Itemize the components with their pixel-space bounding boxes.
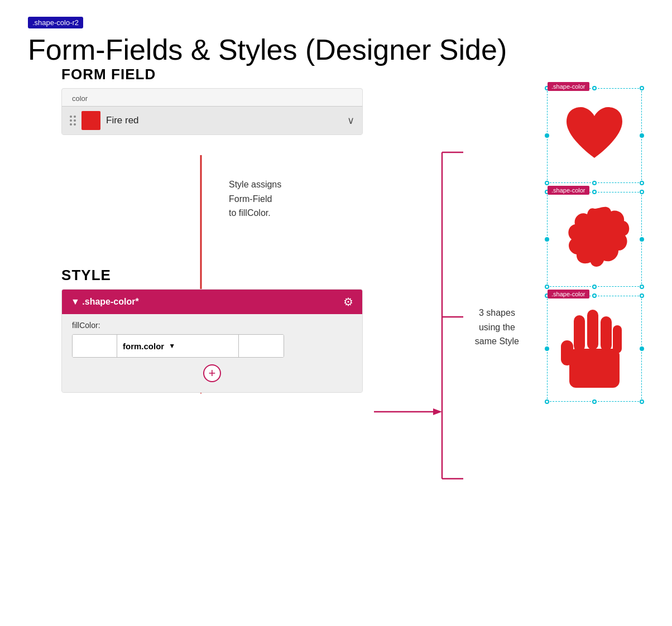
style-label: STYLE: [61, 267, 111, 284]
dot4: [74, 119, 76, 122]
add-button[interactable]: +: [203, 364, 221, 382]
dot-bm-heart: [592, 181, 597, 185]
dot-bl-flower: [545, 285, 549, 289]
page-title: Form-Fields & Styles (Designer Side): [28, 34, 644, 66]
hand-svg: [558, 304, 631, 393]
dot-tr-heart: [640, 86, 644, 90]
drag-handle[interactable]: [70, 115, 76, 126]
dot-tr-hand: [640, 293, 644, 298]
flower-svg: [558, 203, 631, 276]
heart-shape-box: .shape-color: [547, 88, 642, 183]
dot-bm-flower: [592, 285, 597, 289]
shapes-column: .shape-color .shape-color: [547, 88, 642, 402]
form-field-row: Fire red ∨: [62, 106, 362, 134]
svg-rect-11: [587, 310, 598, 350]
dot-br-heart: [640, 181, 644, 185]
style-assigns-annotation: Style assigns Form-Field to fillColor.: [229, 177, 281, 220]
color-label: color: [62, 94, 362, 106]
fill-dropdown[interactable]: form.color ▼: [117, 335, 239, 357]
form-field-inner: color Fire red ∨: [61, 88, 363, 135]
dot1: [70, 115, 72, 118]
dot-tr-flower: [640, 190, 644, 194]
dot-br-hand: [640, 399, 644, 404]
dot2: [74, 115, 76, 118]
flower-shape-box: .shape-color: [547, 192, 642, 287]
dot-bl-hand: [545, 399, 549, 404]
form-field-section-label: FORM FIELD: [61, 66, 156, 90]
dot6: [74, 123, 76, 126]
dot-ml-flower: [545, 237, 549, 242]
dot5: [70, 123, 72, 126]
style-card: ▼ .shape-color* ⚙ fillColor: form.color …: [61, 289, 363, 393]
badge: .shape-colo-r2: [28, 17, 83, 28]
dot-bl-heart: [545, 181, 549, 185]
style-card-header: ▼ .shape-color* ⚙: [62, 290, 362, 314]
form-field-card: color Fire red ∨: [61, 88, 363, 135]
fill-color-row: form.color ▼: [72, 334, 284, 358]
fill-dropdown-arrow: ▼: [169, 342, 175, 350]
dot-mr-flower: [640, 237, 644, 242]
style-title: ▼ .shape-color*: [71, 297, 139, 307]
dot-tm-heart: [592, 86, 597, 90]
field-value: Fire red: [106, 115, 342, 126]
svg-marker-3: [433, 408, 442, 415]
dot-tm-hand: [592, 293, 597, 298]
svg-rect-9: [561, 340, 573, 365]
shapes-annotation: 3 shapes using the same Style: [475, 306, 519, 349]
add-button-row: +: [72, 364, 352, 382]
fill-right-box: [239, 335, 284, 357]
style-card-inner: ▼ .shape-color* ⚙ fillColor: form.color …: [61, 289, 363, 393]
dot3: [70, 119, 72, 122]
svg-rect-8: [569, 349, 620, 388]
dropdown-chevron[interactable]: ∨: [347, 114, 354, 127]
hand-shape-box: .shape-color: [547, 296, 642, 402]
heart-badge: .shape-color: [548, 82, 589, 91]
fill-left-box: [73, 335, 117, 357]
svg-rect-12: [601, 316, 612, 351]
form-field-label: FORM FIELD: [61, 66, 156, 83]
dot-bm-hand: [592, 399, 597, 404]
dot-tm-flower: [592, 190, 597, 194]
color-swatch: [81, 111, 100, 130]
flower-badge: .shape-color: [548, 186, 589, 195]
dot-mr-hand: [640, 346, 644, 351]
fill-dropdown-text: form.color: [123, 341, 164, 351]
svg-rect-10: [574, 315, 585, 351]
fill-color-label: fillColor:: [72, 321, 352, 330]
gear-icon[interactable]: ⚙: [343, 295, 353, 309]
page-wrapper: .shape-colo-r2 Form-Fields & Styles (Des…: [28, 17, 644, 523]
style-card-body: fillColor: form.color ▼ +: [62, 314, 362, 392]
diagram-area: FORM FIELD color Fire red ∨: [28, 88, 642, 523]
style-section-label-wrapper: STYLE: [61, 267, 111, 291]
hand-badge: .shape-color: [548, 290, 589, 298]
dot-ml-hand: [545, 346, 549, 351]
dot-ml-heart: [545, 133, 549, 138]
dot-br-flower: [640, 285, 644, 289]
svg-rect-13: [613, 325, 622, 353]
heart-svg: [561, 105, 628, 166]
dot-mr-heart: [640, 133, 644, 138]
